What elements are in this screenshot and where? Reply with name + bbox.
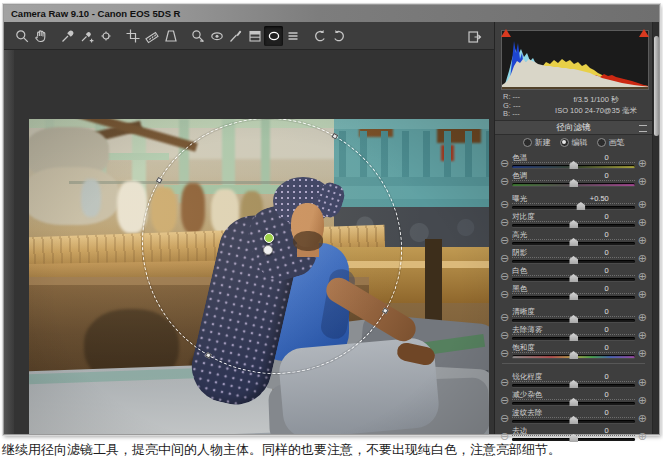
slider-value[interactable]: 0: [605, 230, 609, 239]
panel-scrollbar[interactable]: [652, 22, 659, 434]
color-sampler-tool[interactable]: [77, 26, 96, 46]
increase-icon[interactable]: ⊕: [638, 413, 647, 423]
slider-track[interactable]: [512, 206, 635, 209]
slider-track[interactable]: [512, 260, 635, 263]
decrease-icon[interactable]: ⊖: [500, 271, 509, 281]
crop-tool[interactable]: [123, 26, 142, 46]
toggle-panel-icon[interactable]: [465, 27, 484, 47]
increase-icon[interactable]: ⊕: [638, 431, 647, 441]
increase-icon[interactable]: ⊕: [638, 348, 647, 358]
increase-icon[interactable]: ⊕: [638, 253, 647, 263]
radial-filter-pin-active[interactable]: [264, 233, 274, 243]
zoom-tool[interactable]: [12, 26, 31, 46]
slider-value[interactable]: 0: [605, 284, 609, 293]
rotate-left-icon[interactable]: [310, 26, 329, 46]
radio-icon[interactable]: [597, 138, 606, 147]
straighten-tool[interactable]: [142, 26, 161, 46]
increase-icon[interactable]: ⊕: [638, 289, 647, 299]
mode-label: 新建: [535, 137, 551, 148]
scrollbar-thumb[interactable]: [654, 36, 659, 136]
decrease-icon[interactable]: ⊖: [500, 176, 509, 186]
slider-value[interactable]: 0: [605, 307, 609, 316]
slider-labels: 曝光+0.50: [512, 194, 635, 204]
slider-track[interactable]: [512, 355, 635, 358]
title-bar[interactable]: Camera Raw 9.10 - Canon EOS 5DS R: [4, 5, 659, 22]
exif-info: f/3.5 1/100 秒 ISO 100 24-70@35 毫米: [543, 93, 649, 119]
increase-icon[interactable]: ⊕: [638, 235, 647, 245]
increase-icon[interactable]: ⊕: [638, 176, 647, 186]
radio-icon-selected[interactable]: [560, 138, 569, 147]
mode-new[interactable]: 新建: [523, 137, 551, 148]
decrease-icon[interactable]: ⊖: [500, 312, 509, 322]
slider-track[interactable]: [512, 224, 635, 227]
increase-icon[interactable]: ⊕: [638, 158, 647, 168]
slider-track[interactable]: [512, 242, 635, 245]
slider-value[interactable]: 0: [605, 390, 609, 399]
highlight-clipping-icon[interactable]: [639, 29, 649, 37]
slider-track[interactable]: [512, 165, 635, 168]
mode-label: 画笔: [609, 137, 625, 148]
decrease-icon[interactable]: ⊖: [500, 377, 509, 387]
decrease-icon[interactable]: ⊖: [500, 395, 509, 405]
slider-value[interactable]: +0.50: [590, 194, 609, 203]
increase-icon[interactable]: ⊕: [638, 199, 647, 209]
toolbar: [4, 22, 494, 50]
increase-icon[interactable]: ⊕: [638, 312, 647, 322]
decrease-icon[interactable]: ⊖: [500, 413, 509, 423]
slider-value[interactable]: 0: [605, 426, 609, 435]
radial-filter-tool[interactable]: [264, 26, 283, 46]
mode-edit[interactable]: 编辑: [560, 137, 588, 148]
decrease-icon[interactable]: ⊖: [500, 330, 509, 340]
slider-track[interactable]: [512, 296, 635, 299]
slider-value[interactable]: 0: [605, 153, 609, 162]
slider-value[interactable]: 0: [605, 372, 609, 381]
radial-filter-handle[interactable]: [331, 133, 338, 140]
white-balance-tool[interactable]: [58, 26, 77, 46]
decrease-icon[interactable]: ⊖: [500, 253, 509, 263]
slider-value[interactable]: 0: [605, 266, 609, 275]
increase-icon[interactable]: ⊕: [638, 395, 647, 405]
slider-track[interactable]: [512, 183, 635, 186]
slider-value[interactable]: 0: [605, 171, 609, 180]
panel-menu-icon[interactable]: [639, 125, 647, 132]
targeted-adjustment-tool[interactable]: [96, 26, 115, 46]
radio-icon[interactable]: [523, 138, 532, 147]
increase-icon[interactable]: ⊕: [638, 330, 647, 340]
decrease-icon[interactable]: ⊖: [500, 348, 509, 358]
slider-track[interactable]: [512, 402, 635, 405]
graduated-filter-tool[interactable]: [245, 26, 264, 46]
decrease-icon[interactable]: ⊖: [500, 235, 509, 245]
adjustment-brush-tool[interactable]: [226, 26, 245, 46]
transform-tool[interactable]: [161, 26, 180, 46]
photo-canvas[interactable]: [29, 119, 489, 434]
radial-filter-pin[interactable]: [263, 245, 273, 255]
tool-presets-icon[interactable]: [283, 26, 302, 46]
spot-removal-tool[interactable]: [188, 26, 207, 46]
increase-icon[interactable]: ⊕: [638, 377, 647, 387]
radial-filter-handle[interactable]: [156, 177, 163, 184]
shadow-clipping-icon[interactable]: [501, 29, 511, 37]
decrease-icon[interactable]: ⊖: [500, 158, 509, 168]
mode-brush[interactable]: 画笔: [597, 137, 625, 148]
hand-tool[interactable]: [31, 26, 50, 46]
rotate-right-icon[interactable]: [329, 26, 348, 46]
decrease-icon[interactable]: ⊖: [500, 431, 509, 441]
slider-value[interactable]: 0: [605, 248, 609, 257]
slider-track[interactable]: [512, 278, 635, 281]
red-eye-tool[interactable]: [207, 26, 226, 46]
slider-value[interactable]: 0: [605, 212, 609, 221]
slider-row-dehaze: ⊖去除薄雾0⊕: [500, 324, 647, 340]
slider: 去除薄雾0: [512, 325, 635, 340]
slider-track[interactable]: [512, 319, 635, 322]
slider-track[interactable]: [512, 384, 635, 387]
slider-track[interactable]: [512, 337, 635, 340]
decrease-icon[interactable]: ⊖: [500, 199, 509, 209]
increase-icon[interactable]: ⊕: [638, 217, 647, 227]
decrease-icon[interactable]: ⊖: [500, 217, 509, 227]
slider-value[interactable]: 0: [605, 343, 609, 352]
slider-track[interactable]: [512, 420, 635, 423]
increase-icon[interactable]: ⊕: [638, 271, 647, 281]
slider-value[interactable]: 0: [605, 325, 609, 334]
decrease-icon[interactable]: ⊖: [500, 289, 509, 299]
slider-value[interactable]: 0: [605, 408, 609, 417]
